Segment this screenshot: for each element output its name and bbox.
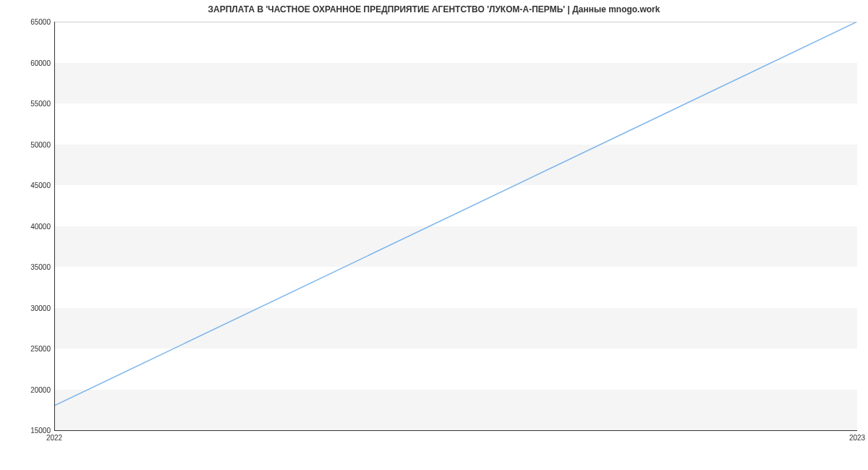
plot-frame-bottom (54, 430, 857, 431)
y-tick-label: 25000 (7, 345, 51, 353)
line-chart: ЗАРПЛАТА В 'ЧАСТНОЕ ОХРАННОЕ ПРЕДПРИЯТИЕ… (0, 0, 868, 470)
x-tick-label: 2023 (849, 434, 865, 442)
y-tick-label: 40000 (7, 222, 51, 230)
plot-frame-left (54, 22, 55, 430)
plot-frame-top (54, 22, 857, 22)
plot-area (54, 22, 857, 430)
y-tick-label: 30000 (7, 304, 51, 312)
x-tick-label: 2022 (46, 434, 62, 442)
y-tick-label: 15000 (7, 427, 51, 435)
y-tick-label: 65000 (7, 18, 51, 26)
y-tick-label: 55000 (7, 100, 51, 108)
y-tick-label: 45000 (7, 181, 51, 189)
y-tick-label: 20000 (7, 385, 51, 393)
y-tick-label: 50000 (7, 140, 51, 148)
chart-title: ЗАРПЛАТА В 'ЧАСТНОЕ ОХРАННОЕ ПРЕДПРИЯТИЕ… (0, 4, 868, 14)
chart-line (54, 22, 857, 430)
y-tick-label: 60000 (7, 59, 51, 67)
y-tick-label: 35000 (7, 263, 51, 271)
